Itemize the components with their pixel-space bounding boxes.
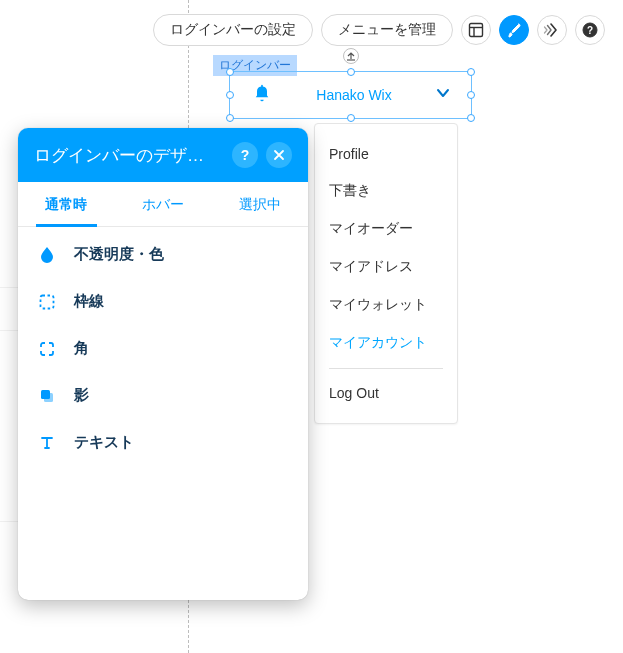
resize-handle[interactable]: [467, 68, 475, 76]
animation-button[interactable]: [537, 15, 567, 45]
menu-item-account[interactable]: マイアカウント: [329, 324, 443, 362]
row-shadow[interactable]: 影: [18, 372, 308, 419]
svg-rect-0: [470, 24, 483, 37]
row-corner[interactable]: 角: [18, 325, 308, 372]
manage-menu-button[interactable]: メニューを管理: [321, 14, 453, 46]
row-border[interactable]: 枠線: [18, 278, 308, 325]
corner-icon: [38, 340, 56, 358]
row-label: 枠線: [74, 292, 104, 311]
resize-handle[interactable]: [467, 114, 475, 122]
element-toolbar: ログインバーの設定 メニューを管理 ?: [153, 14, 605, 46]
menu-item-logout[interactable]: Log Out: [329, 375, 443, 411]
layout-icon: [468, 22, 484, 38]
text-icon: [38, 434, 56, 452]
tab-selected[interactable]: 選択中: [211, 182, 308, 226]
menu-item-wallet[interactable]: マイウォレット: [329, 286, 443, 324]
close-icon: [273, 149, 285, 161]
design-panel: ログインバーのデザ… ? 通常時 ホバー 選択中 不透明度・色 枠線 角 影 テ…: [18, 128, 308, 600]
bell-icon: [252, 83, 272, 107]
canvas-guide-h: [0, 287, 18, 288]
panel-tabs: 通常時 ホバー 選択中: [18, 182, 308, 227]
tab-hover[interactable]: ホバー: [115, 182, 212, 226]
menu-item-drafts[interactable]: 下書き: [329, 172, 443, 210]
loginbar-element[interactable]: Hanako Wix: [232, 73, 470, 117]
drop-icon: [38, 246, 56, 264]
layout-button[interactable]: [461, 15, 491, 45]
panel-close-button[interactable]: [266, 142, 292, 168]
panel-header: ログインバーのデザ… ?: [18, 128, 308, 182]
panel-title: ログインバーのデザ…: [34, 144, 224, 167]
row-label: 角: [74, 339, 89, 358]
row-text[interactable]: テキスト: [18, 419, 308, 466]
menu-item-orders[interactable]: マイオーダー: [329, 210, 443, 248]
paintbrush-icon: [506, 22, 522, 38]
tab-normal[interactable]: 通常時: [18, 182, 115, 226]
loginbar-settings-button[interactable]: ログインバーの設定: [153, 14, 313, 46]
design-rows: 不透明度・色 枠線 角 影 テキスト: [18, 227, 308, 470]
svg-rect-7: [41, 295, 54, 308]
canvas-guide-h: [0, 330, 18, 331]
loginbar-user-name: Hanako Wix: [272, 87, 436, 103]
anchor-top-button[interactable]: [343, 48, 359, 64]
row-label: テキスト: [74, 433, 134, 452]
menu-item-addresses[interactable]: マイアドレス: [329, 248, 443, 286]
resize-handle[interactable]: [226, 114, 234, 122]
account-menu: Profile 下書き マイオーダー マイアドレス マイウォレット マイアカウン…: [314, 123, 458, 424]
chevron-down-icon: [436, 86, 450, 104]
svg-rect-9: [44, 393, 53, 402]
help-icon: ?: [582, 22, 598, 38]
animation-icon: [543, 23, 561, 37]
row-label: 不透明度・色: [74, 245, 164, 264]
row-label: 影: [74, 386, 89, 405]
divider: [329, 368, 443, 369]
design-button[interactable]: [499, 15, 529, 45]
svg-text:?: ?: [587, 25, 593, 36]
row-opacity-color[interactable]: 不透明度・色: [18, 231, 308, 278]
panel-help-button[interactable]: ?: [232, 142, 258, 168]
border-icon: [38, 293, 56, 311]
shadow-icon: [38, 387, 56, 405]
anchor-icon: [346, 51, 356, 61]
menu-item-profile[interactable]: Profile: [329, 136, 443, 172]
help-button[interactable]: ?: [575, 15, 605, 45]
